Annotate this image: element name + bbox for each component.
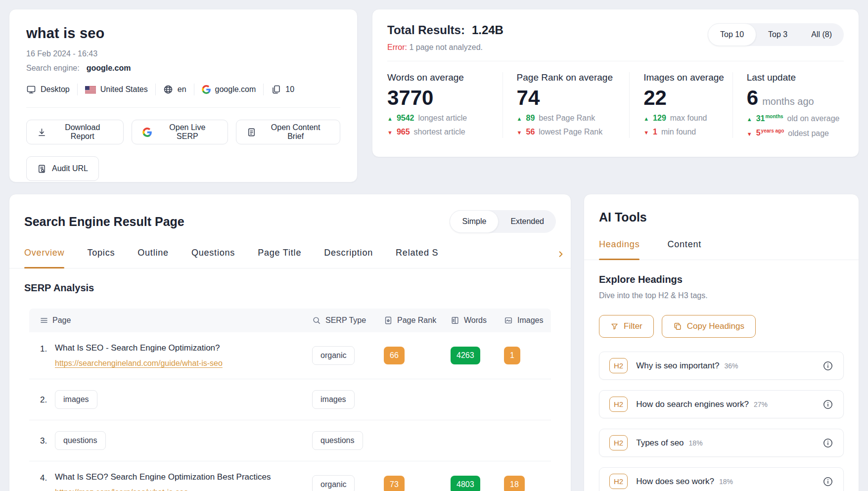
serp-row-4: 4. What Is SEO? Search Engine Optimizati… <box>29 461 551 491</box>
serp-type-chip: questions <box>312 431 363 450</box>
query-datetime: 16 Feb 2024 - 16:43 <box>26 49 340 58</box>
audit-icon <box>37 164 46 174</box>
document-icon <box>247 128 256 137</box>
stat-images-on-average: Images on average 22 ▲129max found ▼1min… <box>629 72 732 138</box>
heading-item-1: H2 Why is seo important? 36% <box>599 352 844 380</box>
open-live-serp-button[interactable]: Open Live SERP <box>132 120 228 144</box>
h2-tag-badge: H2 <box>609 435 628 450</box>
serp-row-2: 2. images images <box>29 379 551 420</box>
info-icon[interactable] <box>822 438 833 448</box>
tab-headings[interactable]: Headings <box>599 239 640 260</box>
funnel-icon <box>610 322 619 331</box>
result-url-link[interactable]: https://searchengineland.com/guide/what-… <box>55 359 223 368</box>
globe-icon <box>163 85 173 94</box>
divider <box>263 84 264 95</box>
heading-item-4: H2 How does seo work? 18% <box>599 467 844 491</box>
us-flag-icon <box>85 86 96 93</box>
search-engine-label: Search engine: <box>26 64 80 73</box>
serp-card-title: Search Engine Result Page <box>24 215 184 229</box>
divider <box>155 84 156 95</box>
info-icon[interactable] <box>822 360 833 371</box>
meta-search-engine: google.com <box>202 85 256 94</box>
view-toggle: Simple Extended <box>450 210 556 233</box>
copy-headings-button[interactable]: Copy Headings <box>662 315 756 338</box>
pages-icon <box>271 85 281 94</box>
page-type-chip[interactable]: images <box>55 390 97 409</box>
total-results-label: Total Results: <box>387 23 465 37</box>
meta-country: United States <box>85 85 148 94</box>
tab-content[interactable]: Content <box>667 239 701 260</box>
tab-topics[interactable]: Topics <box>87 248 115 268</box>
search-icon <box>312 316 321 325</box>
serp-table-header: Page SERP Type Page Rank Words Images <box>29 309 551 332</box>
results-filter-segmented-control: Top 10 Top 3 All (8) <box>708 23 844 46</box>
google-g-icon <box>202 85 211 94</box>
ai-tools-title: AI Tools <box>599 210 844 224</box>
heading-item-2: H2 How do search engines work? 27% <box>599 390 844 418</box>
result-title[interactable]: What Is SEO? Search Engine Optimization … <box>55 472 271 482</box>
meta-device: Desktop <box>26 85 70 94</box>
total-results-card: Total Results: 1.24B Error: 1 page not a… <box>372 9 859 157</box>
serp-tabs: Overview Topics Outline Questions Page T… <box>9 248 571 268</box>
toggle-simple[interactable]: Simple <box>450 210 499 233</box>
tab-related-searches[interactable]: Related S <box>396 248 438 268</box>
open-content-brief-button[interactable]: Open Content Brief <box>236 120 340 144</box>
google-g-icon <box>142 128 152 137</box>
divider <box>194 84 194 95</box>
words-badge: 4803 <box>451 476 480 491</box>
divider <box>77 84 78 95</box>
serp-type-chip: organic <box>312 346 355 365</box>
query-card: what is seo 16 Feb 2024 - 16:43 Search e… <box>9 9 358 182</box>
filter-top3[interactable]: Top 3 <box>756 23 799 46</box>
info-icon[interactable] <box>822 476 833 487</box>
download-icon <box>37 128 46 137</box>
error-label: Error: <box>387 43 407 51</box>
page-type-chip[interactable]: questions <box>55 431 106 450</box>
tab-outline[interactable]: Outline <box>137 248 169 268</box>
copy-icon <box>673 322 682 331</box>
total-results-value: 1.24B <box>472 23 503 37</box>
h2-tag-badge: H2 <box>609 358 628 373</box>
stat-page-rank-on-average: Page Rank on average 74 ▲89best Page Ran… <box>503 72 630 138</box>
down-triangle-icon: ▼ <box>517 130 522 135</box>
search-engine-value: google.com <box>87 64 131 73</box>
tab-page-title[interactable]: Page Title <box>258 248 301 268</box>
serp-row-1: 1. What Is SEO - Search Engine Optimizat… <box>29 332 551 379</box>
filter-top10[interactable]: Top 10 <box>708 23 756 46</box>
result-url-link[interactable]: https://moz.com/learn/seo/what-is-seo <box>55 488 188 491</box>
explore-headings-description: Dive into the top H2 & H3 tags. <box>599 291 844 300</box>
result-title[interactable]: What Is SEO - Search Engine Optimization… <box>55 343 220 353</box>
filter-button[interactable]: Filter <box>599 315 654 338</box>
audit-url-button[interactable]: Audit URL <box>26 156 99 181</box>
down-triangle-icon: ▼ <box>387 130 393 135</box>
rows-icon <box>40 316 48 324</box>
h2-tag-badge: H2 <box>609 397 628 412</box>
images-badge: 18 <box>504 476 525 491</box>
serp-type-chip: images <box>312 390 355 409</box>
words-badge: 4263 <box>451 347 480 364</box>
desktop-icon <box>26 85 36 94</box>
down-triangle-icon: ▼ <box>643 130 649 135</box>
tab-overview[interactable]: Overview <box>24 248 64 268</box>
divider <box>387 61 844 61</box>
up-triangle-icon: ▲ <box>517 116 522 122</box>
meta-results-count: 10 <box>271 85 294 94</box>
info-icon[interactable] <box>822 399 833 410</box>
tab-questions[interactable]: Questions <box>191 248 235 268</box>
serp-row-3: 3. questions questions <box>29 420 551 461</box>
page-rank-icon <box>384 316 393 325</box>
up-triangle-icon: ▲ <box>387 116 393 122</box>
serp-card: Search Engine Result Page Simple Extende… <box>9 194 571 491</box>
page-rank-badge: 66 <box>384 347 405 364</box>
chevron-right-icon <box>557 250 565 258</box>
divider <box>26 107 340 108</box>
tabs-overflow-chevron[interactable] <box>557 250 565 260</box>
filter-all[interactable]: All (8) <box>799 23 844 46</box>
heading-item-3: H2 Types of seo 18% <box>599 429 844 457</box>
tab-description[interactable]: Description <box>324 248 373 268</box>
serp-table: Page SERP Type Page Rank Words Images <box>29 309 551 491</box>
download-report-button[interactable]: Download Report <box>26 120 124 144</box>
up-triangle-icon: ▲ <box>643 116 649 122</box>
words-icon <box>451 316 459 325</box>
toggle-extended[interactable]: Extended <box>499 210 556 233</box>
